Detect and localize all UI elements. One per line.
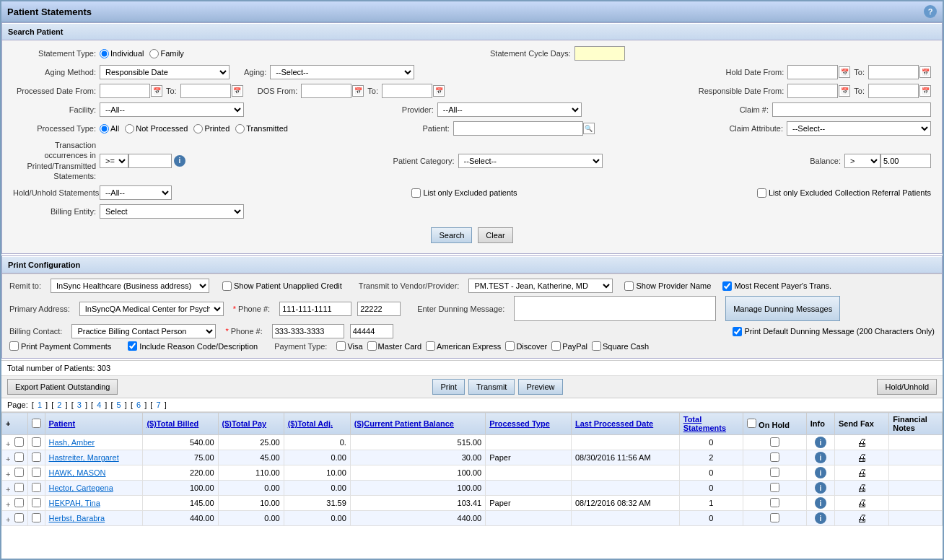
remit-to-select[interactable]: InSync Healthcare (Business address) [51,279,209,293]
row-expand[interactable]: + [2,511,28,526]
on-hold-all-checkbox[interactable] [747,419,756,428]
trans-occ-info-icon[interactable]: i [174,155,185,167]
patient-name-link[interactable]: Hastreiter, Margaret [49,453,119,462]
row-checkbox-left[interactable] [14,513,24,522]
send-fax-icon[interactable]: 🖨 [857,497,867,509]
most-recent-checkbox[interactable] [722,281,732,291]
dos-from-cal[interactable]: 📅 [352,85,364,97]
col-processed-type[interactable]: Processed Type [486,413,572,435]
mastercard-label[interactable]: Master Card [367,341,422,351]
row-select-checkbox[interactable] [32,483,41,492]
send-fax-cell[interactable]: 🖨 [834,435,888,450]
info-icon[interactable]: i [815,437,826,448]
print-payment-comments-label[interactable]: Print Payment Comments [9,341,111,351]
page-1-link[interactable]: 1 [38,401,42,409]
paypal-label[interactable]: PayPal [551,341,587,351]
show-provider-name-label[interactable]: Show Provider Name [624,281,711,291]
on-hold-cell[interactable] [743,465,807,481]
patient-name-link[interactable]: Hector, Cartegena [49,484,113,492]
balance-value-input[interactable] [880,154,931,168]
patient-name-link[interactable]: Hash, Amber [49,438,95,447]
include-reason-checkbox[interactable] [128,341,137,351]
page-6-link[interactable]: 6 [136,401,141,409]
transmitted-radio-label[interactable]: Transmitted [235,124,288,134]
page-3-link[interactable]: 3 [77,401,82,409]
row-checkbox-cell[interactable] [27,450,45,465]
transmit-btn[interactable]: Transmit [468,379,515,395]
hold-date-to-input[interactable] [868,65,919,79]
most-recent-label[interactable]: Most Recent Payer's Trans. [722,281,831,291]
list-excluded-collection-label[interactable]: List only Excluded Collection Referral P… [757,188,931,198]
individual-radio-label[interactable]: Individual [100,49,144,58]
row-expand[interactable]: + [2,435,28,450]
search-button[interactable]: Search [431,227,472,243]
row-checkbox-left[interactable] [14,452,24,462]
transmitted-radio[interactable] [235,124,245,134]
row-checkbox-cell[interactable] [27,496,45,511]
print-payment-comments-checkbox[interactable] [9,341,19,351]
row-select-checkbox[interactable] [32,437,41,447]
discover-checkbox[interactable] [505,341,515,351]
patient-name-link[interactable]: Herbst, Barabra [49,514,105,522]
claim-attr-select[interactable]: --Select-- [787,121,931,136]
family-radio-label[interactable]: Family [149,49,183,58]
dos-from-input[interactable] [301,84,351,98]
on-hold-checkbox[interactable] [770,498,779,507]
send-fax-icon[interactable]: 🖨 [857,452,867,463]
send-fax-cell[interactable]: 🖨 [834,511,888,526]
not-processed-radio-label[interactable]: Not Processed [125,124,188,134]
patient-name-link[interactable]: HEKPAH, Tina [49,499,100,507]
patient-input[interactable] [453,121,583,136]
manage-dunning-button[interactable]: Manage Dunning Messages [725,296,840,321]
patient-search-icon[interactable]: 🔍 [583,123,595,134]
send-fax-icon[interactable]: 🖨 [857,482,867,494]
billing-entity-select[interactable]: Select [100,204,244,219]
hold-unhold-btn[interactable]: Hold/Unhold [877,379,937,395]
row-checkbox-cell[interactable] [27,465,45,481]
clear-button[interactable]: Clear [478,227,512,243]
info-icon[interactable]: i [815,497,826,509]
page-5-link[interactable]: 5 [117,401,121,409]
trans-occ-value-input[interactable] [128,154,172,168]
page-7-link[interactable]: 7 [156,401,160,409]
individual-radio[interactable] [100,49,109,58]
primary-addr-select[interactable]: InSyncQA Medical Center for Psychother [79,302,224,316]
printed-radio[interactable] [193,124,203,134]
resp-date-to-cal[interactable]: 📅 [919,85,931,97]
print-btn[interactable]: Print [432,379,465,395]
hold-date-from-calendar-icon[interactable]: 📅 [839,66,850,78]
row-expand[interactable]: + [2,481,28,496]
col-patient[interactable]: Patient [45,413,143,435]
billing-contact-select[interactable]: Practice Billing Contact Person [71,324,216,338]
page-4-link[interactable]: 4 [97,401,101,409]
show-provider-name-checkbox[interactable] [624,281,634,291]
send-fax-cell[interactable]: 🖨 [834,496,888,511]
col-last-processed[interactable]: Last Processed Date [571,413,679,435]
info-cell[interactable]: i [806,450,834,465]
row-expand[interactable]: + [2,496,28,511]
paypal-checkbox[interactable] [551,341,561,351]
send-fax-icon[interactable]: 🖨 [857,437,867,448]
hold-date-from-input[interactable] [787,65,838,79]
print-default-dunning-checkbox[interactable] [733,327,742,336]
row-checkbox-cell[interactable] [27,511,45,526]
info-icon[interactable]: i [815,512,826,524]
row-checkbox-left[interactable] [14,437,24,447]
not-processed-radio[interactable] [125,124,134,134]
squarecash-label[interactable]: Square Cash [592,341,649,351]
on-hold-checkbox[interactable] [770,437,779,447]
hold-unhold-select[interactable]: --All-- Hold Unhold [100,185,172,200]
resp-date-from-cal[interactable]: 📅 [839,85,850,97]
send-fax-cell[interactable]: 🖨 [834,465,888,481]
row-checkbox-left[interactable] [14,468,24,477]
send-fax-cell[interactable]: 🖨 [834,450,888,465]
info-cell[interactable]: i [806,496,834,511]
family-radio[interactable] [149,49,159,58]
dunning-msg-textarea[interactable] [514,296,716,321]
list-excluded-label[interactable]: List only Excluded patients [411,188,517,198]
resp-date-from-input[interactable] [787,84,838,98]
list-excluded-checkbox[interactable] [411,188,421,198]
dos-to-input[interactable] [382,84,432,98]
col-total-adj[interactable]: ($)Total Adj. [284,413,350,435]
balance-operator-select[interactable]: > < >= <= = [844,154,880,168]
